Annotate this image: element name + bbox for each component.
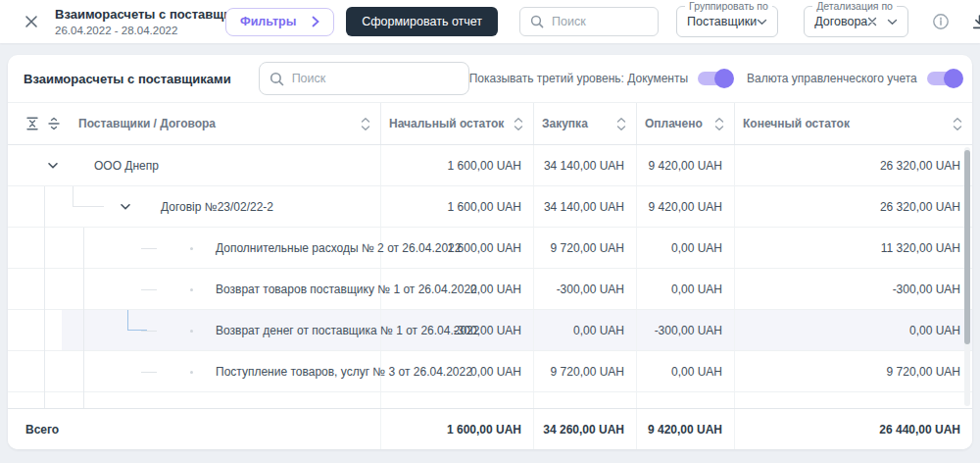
table-row[interactable]: Договір №23/02/22-21 600,00 UAH34 140,00…: [8, 186, 972, 228]
table-row[interactable]: Дополнительные расходы № 2 от 26.04.2022…: [8, 228, 972, 269]
search-icon: [530, 15, 544, 28]
row-value: 34 140,00 UAH: [533, 186, 636, 227]
currency-toggle[interactable]: [927, 72, 960, 85]
row-label: Возврат товаров поставщику № 1 от 26.04.…: [216, 283, 477, 296]
row-value: 0,00 UAH: [636, 228, 734, 268]
row-value: 0,00 UAH: [533, 310, 636, 350]
search-icon: [270, 72, 284, 86]
chevron-down-icon[interactable]: [757, 19, 767, 26]
detail-by-select[interactable]: Детализация по Договора: [804, 6, 908, 37]
total-label: Всего: [8, 423, 59, 437]
chevron-down-icon[interactable]: [47, 162, 59, 170]
search-input[interactable]: [552, 15, 650, 28]
tree-dot: [190, 288, 193, 291]
download-icon[interactable]: [967, 10, 980, 34]
row-value: 34 140,00 UAH: [533, 145, 636, 185]
toolbar-search: [519, 7, 659, 36]
row-value: -300,00 UAH: [533, 269, 636, 309]
table-search-input[interactable]: [292, 72, 459, 85]
row-value: 11 320,00 UAH: [734, 228, 972, 268]
filters-button-label: Фильтры: [240, 15, 296, 28]
column-header-opening-balance: Начальный остаток: [389, 117, 504, 130]
row-name-cell: Договір №23/02/22-2: [8, 186, 380, 227]
row-name-cell: ООО Днепр: [8, 145, 380, 185]
row-value: 9 720,00 UAH: [533, 351, 636, 391]
table-row[interactable]: Возврат денег от поставщика № 1 от 26.04…: [8, 310, 972, 351]
expand-all-icon[interactable]: [47, 117, 61, 130]
detail-by-label: Детализация по: [812, 0, 897, 12]
third-level-toggle-label: Показывать третий уровень: Документы: [469, 72, 688, 85]
sort-icon[interactable]: [945, 117, 962, 131]
column-header-purchase: Закупка: [542, 117, 588, 130]
total-purchase: 34 260,00 UAH: [533, 409, 636, 449]
row-value: 1 600,00 UAH: [380, 186, 533, 227]
table-header: Поставщики / Договора Начальный остаток …: [8, 102, 972, 145]
table-search: [259, 62, 469, 95]
row-value: 1 600,00 UAH: [380, 145, 533, 185]
tree-dash: [141, 248, 157, 249]
total-paid: 9 420,00 UAH: [636, 409, 734, 449]
sort-icon[interactable]: [707, 117, 724, 131]
sort-icon[interactable]: [353, 117, 370, 131]
row-value: 0,00 UAH: [533, 392, 636, 408]
group-by-value: Поставщики: [687, 15, 757, 28]
toggle-knob: [944, 69, 963, 88]
total-closing-balance: 26 440,00 UAH: [734, 409, 972, 449]
info-icon[interactable]: [928, 9, 954, 34]
report-panel: Взаиморасчеты с поставщиками Показывать …: [8, 55, 972, 449]
tree-dot: [190, 247, 193, 250]
row-name-cell: Возврат товаров поставщику № 1 от 26.04.…: [8, 269, 380, 309]
row-value: 9 720,00 UAH: [734, 351, 972, 391]
row-label: Дополнительные расходы № 2 от 26.04.2022: [216, 241, 461, 255]
row-label: ООО Днепр: [94, 159, 159, 173]
table-row[interactable]: Поступление товаров, услуг № 3 от 26.04.…: [8, 351, 972, 392]
row-value: 9 420,00 UAH: [636, 186, 734, 227]
row-value: 26 320,00 UAH: [734, 145, 972, 185]
row-value: 0,00 UAH: [734, 310, 972, 350]
generate-report-button[interactable]: Сформировать отчет: [346, 7, 498, 36]
row-label: Договір №23/02/22-2: [161, 200, 273, 214]
detail-by-value: Договора: [814, 15, 867, 28]
tree-dash: [141, 289, 157, 290]
close-icon[interactable]: [24, 14, 39, 29]
row-label: Возврат денег от поставщика № 1 от 26.04…: [216, 324, 479, 337]
row-value: 9 720,00 UAH: [636, 392, 734, 408]
sort-icon[interactable]: [506, 117, 523, 131]
column-header-suppliers: Поставщики / Договора: [78, 117, 216, 130]
chevron-down-icon[interactable]: [887, 19, 898, 26]
row-name-cell: Дополнительные расходы № 2 от 26.04.2022: [8, 228, 380, 268]
page-title: Взаиморасчеты с поставщиками: [24, 72, 231, 86]
toggle-knob: [714, 69, 734, 88]
currency-toggle-label: Валюта управленческого учета: [747, 72, 917, 85]
row-name-cell: Списание денег № 2 от 26.04.2022: [8, 392, 380, 408]
table-row[interactable]: ООО Днепр1 600,00 UAH34 140,00 UAH9 420,…: [8, 145, 972, 186]
column-header-closing-balance: Конечный остаток: [743, 117, 850, 130]
row-value: 0,00 UAH: [636, 351, 734, 391]
row-label: Поступление товаров, услуг № 3 от 26.04.…: [216, 365, 472, 379]
row-value: 9 420,00 UAH: [636, 145, 734, 185]
scrollbar-thumb[interactable]: [964, 150, 970, 344]
chevron-right-icon: [312, 16, 319, 27]
table-row[interactable]: Возврат товаров поставщику № 1 от 26.04.…: [8, 269, 972, 310]
third-level-toggle[interactable]: [698, 72, 731, 85]
table-row[interactable]: Списание денег № 2 от 26.04.20229 720,00…: [8, 392, 972, 408]
collapse-all-icon[interactable]: [25, 117, 39, 130]
tree-connector: [73, 186, 104, 207]
date-range: 26.04.2022 - 28.04.2022: [55, 25, 212, 36]
row-name-cell: Поступление товаров, услуг № 3 от 26.04.…: [8, 351, 380, 391]
generate-report-label: Сформировать отчет: [362, 15, 482, 28]
row-value: 0,00 UAH: [636, 269, 734, 309]
chevron-down-icon[interactable]: [120, 203, 131, 211]
active-row-connector: [127, 310, 147, 331]
report-title-block[interactable]: Взаиморасчеты с поставщиками 26.04.2022 …: [55, 7, 212, 36]
tree-dash: [141, 372, 157, 373]
row-value: 0,00 UAH: [734, 392, 972, 408]
group-by-select[interactable]: Группировать по Поставщики: [676, 6, 778, 37]
filters-button[interactable]: Фильтры: [225, 8, 334, 36]
row-value: -300,00 UAH: [734, 269, 972, 309]
sort-icon[interactable]: [609, 117, 626, 131]
table-footer: Всего 1 600,00 UAH 34 260,00 UAH 9 420,0…: [8, 408, 972, 449]
clear-icon[interactable]: [867, 17, 877, 26]
tree-dot: [190, 330, 193, 333]
column-header-paid: Оплачено: [645, 117, 703, 130]
